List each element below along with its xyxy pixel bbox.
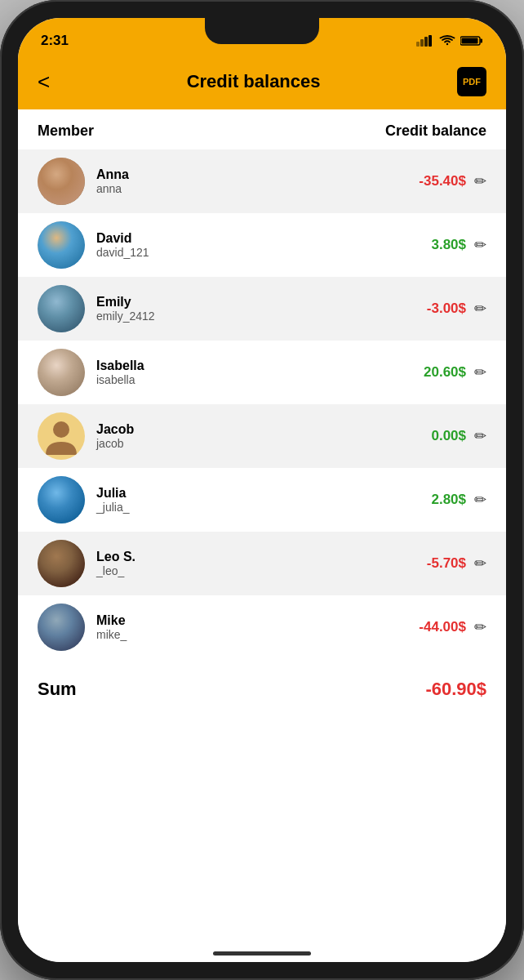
avatar-julia bbox=[38, 476, 85, 523]
column-balance: Credit balance bbox=[385, 122, 486, 140]
member-info-jacob: Jacob jacob bbox=[85, 421, 401, 451]
member-name-emily: Emily bbox=[96, 294, 401, 310]
svg-point-7 bbox=[38, 158, 85, 205]
member-username-leo: _leo_ bbox=[96, 564, 401, 578]
member-info-mike: Mike mike_ bbox=[85, 612, 401, 642]
pdf-button[interactable]: PDF bbox=[457, 67, 486, 96]
member-username-jacob: jacob bbox=[96, 437, 401, 451]
member-username-anna: anna bbox=[96, 182, 401, 196]
edit-button-jacob[interactable]: ✏ bbox=[474, 427, 486, 445]
svg-rect-1 bbox=[420, 39, 424, 47]
edit-button-isabella[interactable]: ✏ bbox=[474, 363, 486, 381]
member-name-mike: Mike bbox=[96, 612, 401, 628]
svg-point-13 bbox=[38, 540, 85, 587]
member-row: Jacob jacob 0.00$ ✏ bbox=[18, 404, 506, 468]
member-row: Anna anna -35.40$ ✏ bbox=[18, 149, 506, 213]
member-row: Leo S. _leo_ -5.70$ ✏ bbox=[18, 532, 506, 595]
balance-amount-julia: 2.80$ bbox=[401, 492, 466, 508]
member-info-emily: Emily emily_2412 bbox=[85, 294, 401, 323]
sum-row: Sum -60.90$ bbox=[18, 659, 506, 713]
balance-section-emily: -3.00$ ✏ bbox=[401, 300, 486, 318]
edit-button-david[interactable]: ✏ bbox=[474, 236, 486, 254]
member-row: Isabella isabella 20.60$ ✏ bbox=[18, 341, 506, 404]
edit-button-leo[interactable]: ✏ bbox=[474, 555, 486, 572]
balance-amount-isabella: 20.60$ bbox=[401, 364, 466, 381]
member-info-anna: Anna anna bbox=[85, 167, 401, 196]
avatar-isabella bbox=[38, 349, 85, 396]
balance-section-julia: 2.80$ ✏ bbox=[401, 491, 486, 509]
wifi-icon bbox=[439, 35, 455, 47]
app-header: < Credit balances PDF bbox=[18, 59, 506, 109]
member-name-julia: Julia bbox=[96, 485, 401, 501]
member-name-leo: Leo S. bbox=[96, 549, 401, 564]
member-username-julia: _julia_ bbox=[96, 501, 401, 514]
status-icons bbox=[416, 35, 483, 47]
member-row: David david_121 3.80$ ✏ bbox=[18, 213, 506, 277]
member-name-isabella: Isabella bbox=[96, 358, 401, 373]
balance-section-leo: -5.70$ ✏ bbox=[401, 555, 486, 572]
member-row: Emily emily_2412 -3.00$ ✏ bbox=[18, 277, 506, 341]
edit-button-anna[interactable]: ✏ bbox=[474, 172, 486, 190]
signal-icon bbox=[416, 35, 434, 47]
svg-point-11 bbox=[53, 421, 69, 438]
edit-button-julia[interactable]: ✏ bbox=[474, 491, 486, 509]
member-info-david: David david_121 bbox=[85, 230, 401, 260]
svg-rect-5 bbox=[481, 39, 483, 43]
svg-rect-6 bbox=[462, 38, 478, 44]
svg-rect-0 bbox=[416, 42, 420, 47]
avatar-leo bbox=[38, 540, 85, 587]
member-row: Julia _julia_ 2.80$ ✏ bbox=[18, 468, 506, 532]
member-username-david: david_121 bbox=[96, 246, 401, 260]
balance-section-isabella: 20.60$ ✏ bbox=[401, 363, 486, 381]
back-button[interactable]: < bbox=[38, 69, 50, 95]
member-row: Mike mike_ -44.00$ ✏ bbox=[18, 595, 506, 659]
member-name-david: David bbox=[96, 230, 401, 246]
balance-amount-mike: -44.00$ bbox=[401, 619, 466, 635]
content-area: Member Credit balance Anna anna -35.40$ … bbox=[18, 109, 506, 962]
balance-amount-david: 3.80$ bbox=[401, 237, 466, 253]
balance-section-mike: -44.00$ ✏ bbox=[401, 618, 486, 636]
member-name-anna: Anna bbox=[96, 167, 401, 182]
avatar-mike bbox=[38, 604, 85, 651]
balance-section-david: 3.80$ ✏ bbox=[401, 236, 486, 254]
svg-point-12 bbox=[38, 476, 85, 523]
svg-point-9 bbox=[38, 285, 85, 332]
balance-amount-leo: -5.70$ bbox=[401, 555, 466, 572]
avatar-anna bbox=[38, 158, 85, 205]
sum-label: Sum bbox=[38, 679, 77, 700]
member-info-isabella: Isabella isabella bbox=[85, 358, 401, 387]
member-username-emily: emily_2412 bbox=[96, 310, 401, 323]
balance-amount-jacob: 0.00$ bbox=[401, 428, 466, 444]
table-header: Member Credit balance bbox=[18, 109, 506, 149]
balance-amount-emily: -3.00$ bbox=[401, 301, 466, 317]
edit-button-mike[interactable]: ✏ bbox=[474, 618, 486, 636]
balance-section-anna: -35.40$ ✏ bbox=[401, 172, 486, 190]
avatar-david bbox=[38, 221, 85, 269]
status-time: 2:31 bbox=[41, 33, 69, 49]
battery-icon bbox=[460, 35, 483, 47]
phone-screen: 2:31 bbox=[18, 18, 506, 962]
member-info-leo: Leo S. _leo_ bbox=[85, 549, 401, 578]
avatar-emily bbox=[38, 285, 85, 332]
member-list: Anna anna -35.40$ ✏ David david_121 3.80… bbox=[18, 149, 506, 659]
balance-section-jacob: 0.00$ ✏ bbox=[401, 427, 486, 445]
avatar-jacob bbox=[38, 412, 85, 460]
svg-rect-2 bbox=[424, 37, 428, 47]
svg-rect-3 bbox=[429, 35, 432, 47]
balance-amount-anna: -35.40$ bbox=[401, 173, 466, 189]
svg-point-8 bbox=[38, 221, 85, 269]
column-member: Member bbox=[38, 122, 94, 140]
sum-amount: -60.90$ bbox=[425, 679, 486, 700]
edit-button-emily[interactable]: ✏ bbox=[474, 300, 486, 318]
svg-point-10 bbox=[38, 349, 85, 396]
page-title: Credit balances bbox=[187, 71, 321, 92]
member-username-isabella: isabella bbox=[96, 373, 401, 387]
phone-frame: 2:31 bbox=[0, 0, 524, 980]
notch bbox=[205, 18, 319, 44]
member-info-julia: Julia _julia_ bbox=[85, 485, 401, 514]
home-indicator bbox=[213, 951, 311, 956]
member-username-mike: mike_ bbox=[96, 628, 401, 642]
svg-point-14 bbox=[38, 604, 85, 651]
member-name-jacob: Jacob bbox=[96, 421, 401, 437]
